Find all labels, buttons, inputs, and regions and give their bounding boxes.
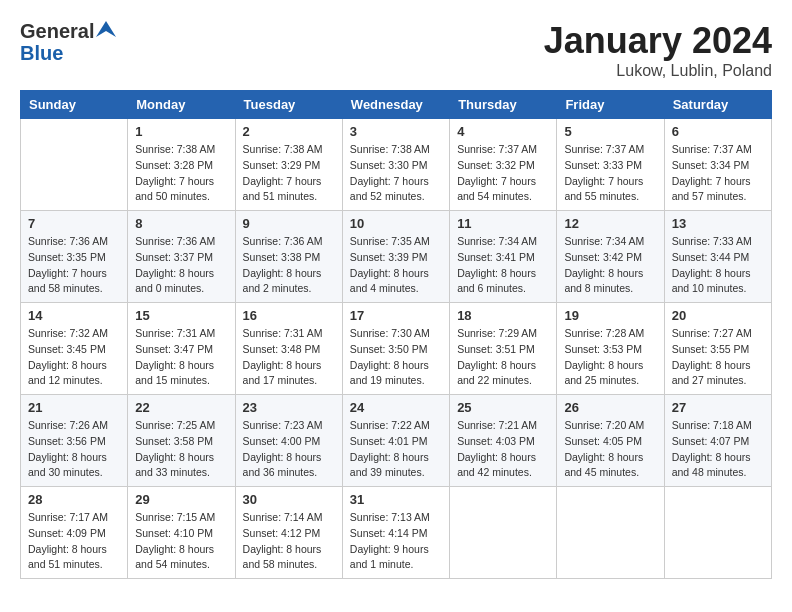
logo-blue-text: Blue <box>20 42 116 64</box>
calendar-week-row: 1Sunrise: 7:38 AMSunset: 3:28 PMDaylight… <box>21 119 772 211</box>
month-title: January 2024 <box>544 20 772 62</box>
day-info: Sunrise: 7:30 AMSunset: 3:50 PMDaylight:… <box>350 326 442 389</box>
day-info: Sunrise: 7:23 AMSunset: 4:00 PMDaylight:… <box>243 418 335 481</box>
day-info: Sunrise: 7:22 AMSunset: 4:01 PMDaylight:… <box>350 418 442 481</box>
calendar-cell: 14Sunrise: 7:32 AMSunset: 3:45 PMDayligh… <box>21 303 128 395</box>
day-info: Sunrise: 7:32 AMSunset: 3:45 PMDaylight:… <box>28 326 120 389</box>
day-number: 4 <box>457 124 549 139</box>
calendar-cell: 30Sunrise: 7:14 AMSunset: 4:12 PMDayligh… <box>235 487 342 579</box>
calendar-cell <box>557 487 664 579</box>
day-number: 1 <box>135 124 227 139</box>
day-info: Sunrise: 7:37 AMSunset: 3:33 PMDaylight:… <box>564 142 656 205</box>
day-info: Sunrise: 7:31 AMSunset: 3:48 PMDaylight:… <box>243 326 335 389</box>
day-number: 8 <box>135 216 227 231</box>
calendar-week-row: 28Sunrise: 7:17 AMSunset: 4:09 PMDayligh… <box>21 487 772 579</box>
day-number: 17 <box>350 308 442 323</box>
calendar-cell <box>450 487 557 579</box>
day-info: Sunrise: 7:34 AMSunset: 3:41 PMDaylight:… <box>457 234 549 297</box>
day-info: Sunrise: 7:36 AMSunset: 3:37 PMDaylight:… <box>135 234 227 297</box>
calendar-body: 1Sunrise: 7:38 AMSunset: 3:28 PMDaylight… <box>21 119 772 579</box>
day-info: Sunrise: 7:20 AMSunset: 4:05 PMDaylight:… <box>564 418 656 481</box>
day-info: Sunrise: 7:14 AMSunset: 4:12 PMDaylight:… <box>243 510 335 573</box>
calendar-cell: 10Sunrise: 7:35 AMSunset: 3:39 PMDayligh… <box>342 211 449 303</box>
calendar-cell <box>664 487 771 579</box>
day-number: 5 <box>564 124 656 139</box>
day-number: 19 <box>564 308 656 323</box>
day-number: 16 <box>243 308 335 323</box>
day-number: 6 <box>672 124 764 139</box>
day-number: 12 <box>564 216 656 231</box>
day-number: 31 <box>350 492 442 507</box>
calendar-cell: 13Sunrise: 7:33 AMSunset: 3:44 PMDayligh… <box>664 211 771 303</box>
calendar-cell: 9Sunrise: 7:36 AMSunset: 3:38 PMDaylight… <box>235 211 342 303</box>
day-info: Sunrise: 7:37 AMSunset: 3:32 PMDaylight:… <box>457 142 549 205</box>
calendar-cell: 18Sunrise: 7:29 AMSunset: 3:51 PMDayligh… <box>450 303 557 395</box>
day-number: 29 <box>135 492 227 507</box>
calendar-cell: 17Sunrise: 7:30 AMSunset: 3:50 PMDayligh… <box>342 303 449 395</box>
calendar-cell: 24Sunrise: 7:22 AMSunset: 4:01 PMDayligh… <box>342 395 449 487</box>
calendar-cell: 5Sunrise: 7:37 AMSunset: 3:33 PMDaylight… <box>557 119 664 211</box>
day-header-sunday: Sunday <box>21 91 128 119</box>
day-header-thursday: Thursday <box>450 91 557 119</box>
calendar-cell: 29Sunrise: 7:15 AMSunset: 4:10 PMDayligh… <box>128 487 235 579</box>
logo-wordmark: General Blue <box>20 20 116 64</box>
calendar-cell: 19Sunrise: 7:28 AMSunset: 3:53 PMDayligh… <box>557 303 664 395</box>
day-header-monday: Monday <box>128 91 235 119</box>
day-header-wednesday: Wednesday <box>342 91 449 119</box>
day-number: 7 <box>28 216 120 231</box>
calendar-cell: 22Sunrise: 7:25 AMSunset: 3:58 PMDayligh… <box>128 395 235 487</box>
day-header-friday: Friday <box>557 91 664 119</box>
day-number: 2 <box>243 124 335 139</box>
day-number: 11 <box>457 216 549 231</box>
title-section: January 2024 Lukow, Lublin, Poland <box>544 20 772 80</box>
calendar-cell: 15Sunrise: 7:31 AMSunset: 3:47 PMDayligh… <box>128 303 235 395</box>
day-info: Sunrise: 7:38 AMSunset: 3:28 PMDaylight:… <box>135 142 227 205</box>
day-header-saturday: Saturday <box>664 91 771 119</box>
day-number: 3 <box>350 124 442 139</box>
day-number: 22 <box>135 400 227 415</box>
day-info: Sunrise: 7:38 AMSunset: 3:30 PMDaylight:… <box>350 142 442 205</box>
calendar-week-row: 14Sunrise: 7:32 AMSunset: 3:45 PMDayligh… <box>21 303 772 395</box>
calendar-header-row: SundayMondayTuesdayWednesdayThursdayFrid… <box>21 91 772 119</box>
day-info: Sunrise: 7:18 AMSunset: 4:07 PMDaylight:… <box>672 418 764 481</box>
logo-bird-icon <box>96 21 116 37</box>
day-number: 25 <box>457 400 549 415</box>
day-number: 27 <box>672 400 764 415</box>
calendar-cell: 8Sunrise: 7:36 AMSunset: 3:37 PMDaylight… <box>128 211 235 303</box>
day-info: Sunrise: 7:15 AMSunset: 4:10 PMDaylight:… <box>135 510 227 573</box>
day-number: 14 <box>28 308 120 323</box>
logo-general-text: General <box>20 20 94 42</box>
day-header-tuesday: Tuesday <box>235 91 342 119</box>
calendar-cell: 27Sunrise: 7:18 AMSunset: 4:07 PMDayligh… <box>664 395 771 487</box>
day-number: 24 <box>350 400 442 415</box>
day-info: Sunrise: 7:28 AMSunset: 3:53 PMDaylight:… <box>564 326 656 389</box>
day-number: 26 <box>564 400 656 415</box>
calendar-cell: 7Sunrise: 7:36 AMSunset: 3:35 PMDaylight… <box>21 211 128 303</box>
calendar-cell: 12Sunrise: 7:34 AMSunset: 3:42 PMDayligh… <box>557 211 664 303</box>
calendar-cell: 4Sunrise: 7:37 AMSunset: 3:32 PMDaylight… <box>450 119 557 211</box>
day-info: Sunrise: 7:31 AMSunset: 3:47 PMDaylight:… <box>135 326 227 389</box>
calendar-week-row: 21Sunrise: 7:26 AMSunset: 3:56 PMDayligh… <box>21 395 772 487</box>
calendar-cell: 3Sunrise: 7:38 AMSunset: 3:30 PMDaylight… <box>342 119 449 211</box>
calendar-cell: 1Sunrise: 7:38 AMSunset: 3:28 PMDaylight… <box>128 119 235 211</box>
day-info: Sunrise: 7:25 AMSunset: 3:58 PMDaylight:… <box>135 418 227 481</box>
day-info: Sunrise: 7:17 AMSunset: 4:09 PMDaylight:… <box>28 510 120 573</box>
day-info: Sunrise: 7:38 AMSunset: 3:29 PMDaylight:… <box>243 142 335 205</box>
calendar-cell: 23Sunrise: 7:23 AMSunset: 4:00 PMDayligh… <box>235 395 342 487</box>
calendar-table: SundayMondayTuesdayWednesdayThursdayFrid… <box>20 90 772 579</box>
calendar-cell: 11Sunrise: 7:34 AMSunset: 3:41 PMDayligh… <box>450 211 557 303</box>
day-number: 13 <box>672 216 764 231</box>
day-number: 20 <box>672 308 764 323</box>
calendar-cell <box>21 119 128 211</box>
svg-marker-0 <box>96 21 116 37</box>
day-info: Sunrise: 7:36 AMSunset: 3:35 PMDaylight:… <box>28 234 120 297</box>
day-info: Sunrise: 7:36 AMSunset: 3:38 PMDaylight:… <box>243 234 335 297</box>
calendar-cell: 25Sunrise: 7:21 AMSunset: 4:03 PMDayligh… <box>450 395 557 487</box>
location: Lukow, Lublin, Poland <box>544 62 772 80</box>
day-info: Sunrise: 7:34 AMSunset: 3:42 PMDaylight:… <box>564 234 656 297</box>
page-header: General Blue January 2024 Lukow, Lublin,… <box>20 20 772 80</box>
calendar-cell: 2Sunrise: 7:38 AMSunset: 3:29 PMDaylight… <box>235 119 342 211</box>
day-number: 23 <box>243 400 335 415</box>
day-number: 15 <box>135 308 227 323</box>
day-info: Sunrise: 7:29 AMSunset: 3:51 PMDaylight:… <box>457 326 549 389</box>
